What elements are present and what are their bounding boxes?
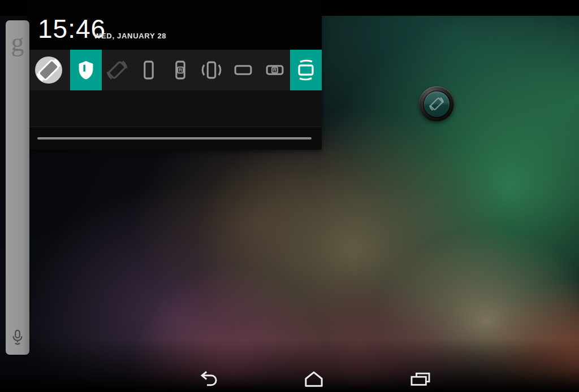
date: WED, JANUARY 28 <box>94 32 166 40</box>
guard-button[interactable] <box>70 50 102 90</box>
mic-icon[interactable] <box>10 329 25 346</box>
sensor-portrait-button[interactable] <box>196 50 228 90</box>
recent-apps-icon <box>408 369 432 387</box>
reverse-portrait-icon: R <box>167 57 193 83</box>
back-arrow-icon <box>196 369 221 387</box>
navigation-bar <box>0 364 579 392</box>
google-search-bar[interactable]: g <box>6 20 29 355</box>
rotation-control-notification: R <box>27 50 322 90</box>
rotation-overlay-button[interactable] <box>419 86 454 121</box>
reverse-landscape-button[interactable]: R <box>259 50 291 90</box>
notification-body <box>27 90 322 127</box>
rotate-device-icon <box>427 94 446 114</box>
shield-icon <box>76 60 96 80</box>
portrait-button[interactable] <box>133 50 165 90</box>
notification-shade: 15:46 WED, JANUARY 28 <box>27 0 322 150</box>
landscape-icon <box>230 57 256 83</box>
home-icon <box>302 369 326 387</box>
svg-text:R: R <box>273 67 276 73</box>
auto-rotate-app-icon <box>34 55 63 85</box>
auto-rotate-icon <box>104 57 130 83</box>
reverse-portrait-button[interactable]: R <box>165 50 196 90</box>
svg-text:R: R <box>178 67 182 73</box>
portrait-icon <box>136 57 162 83</box>
rotation-overlay-face <box>424 92 450 117</box>
reverse-landscape-icon: R <box>262 57 288 83</box>
home-button[interactable] <box>296 368 331 389</box>
shade-footer <box>27 127 322 150</box>
shade-drag-handle[interactable] <box>37 137 312 140</box>
rotation-control-app-icon[interactable] <box>27 50 70 90</box>
sensor-landscape-icon <box>293 57 319 83</box>
recents-button[interactable] <box>403 368 438 389</box>
back-button[interactable] <box>191 368 226 389</box>
auto-rotate-button[interactable] <box>102 50 133 90</box>
landscape-button[interactable] <box>227 50 259 90</box>
sensor-portrait-icon <box>198 57 224 83</box>
google-logo: g <box>11 29 24 55</box>
sensor-landscape-button[interactable] <box>290 50 322 90</box>
android-screen: g 15:46 WED, JANUARY 28 <box>0 0 579 392</box>
shade-header: 15:46 WED, JANUARY 28 <box>27 0 322 50</box>
